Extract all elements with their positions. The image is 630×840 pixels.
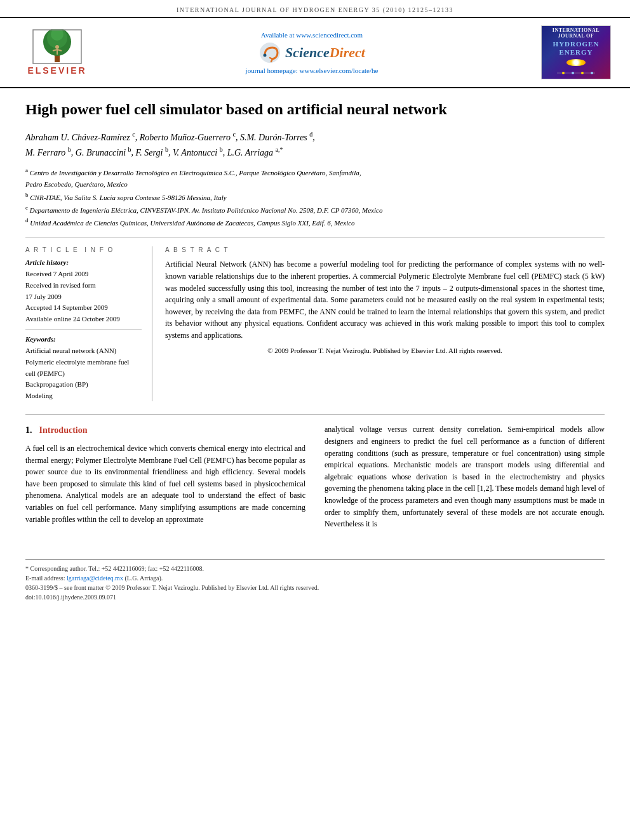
keyword-pemfc: Polymeric electrolyte membrane fuelcell …: [25, 357, 142, 379]
intro-para-right: analytical voltage versus current densit…: [325, 423, 605, 530]
issn-line: 0360-3199/$ – see front matter © 2009 Pr…: [25, 583, 605, 592]
footer: * Corresponding author. Tel.: +52 442211…: [25, 559, 605, 602]
elsevier-text: ELSEVIER: [27, 65, 86, 76]
separator: [25, 237, 605, 237]
article-info-col: A R T I C L E I N F O Article history: R…: [25, 246, 152, 401]
journal-cover-title: HYDROGENENERGY: [553, 40, 600, 57]
corresponding-author: * Corresponding author. Tel.: +52 442211…: [25, 564, 605, 573]
banner-center: Available at www.sciencedirect.com Scien…: [102, 31, 522, 74]
journal-title: International Journal of Hydrogen Energy…: [177, 6, 453, 13]
article-title: High power fuel cell simulator based on …: [25, 100, 605, 119]
info-abstract-columns: A R T I C L E I N F O Article history: R…: [25, 246, 605, 401]
article-history: Received 7 April 2009 Received in revise…: [25, 269, 142, 324]
revised-label: Received in revised form: [25, 280, 142, 291]
keyword-ann: Artificial neural network (ANN): [25, 345, 142, 357]
svg-point-10: [264, 53, 267, 57]
available-date: Available online 24 October 2009: [25, 314, 142, 325]
journal-cover: International Journal of HYDROGENENERGY: [541, 25, 611, 79]
email-name: (L.G. Arriaga).: [124, 575, 163, 582]
keyword-bp: Backpropagation (BP): [25, 379, 142, 390]
intro-col-left: 1. Introduction A fuel cell is an electr…: [25, 423, 305, 535]
cover-decoration: [557, 69, 595, 77]
abstract-text: Artificial Neural Network (ANN) has beco…: [165, 258, 605, 341]
doi-line: doi:10.1016/j.ijhydene.2009.09.071: [25, 592, 605, 602]
accepted-date: Accepted 14 September 2009: [25, 302, 142, 314]
history-label: Article history:: [25, 258, 142, 266]
banner-right: International Journal of HYDROGENENERGY: [522, 25, 611, 79]
article-info-header: A R T I C L E I N F O: [25, 246, 142, 253]
keyword-modeling: Modeling: [25, 390, 142, 402]
abstract-header: A B S T R A C T: [165, 246, 605, 253]
keywords-label: Keywords:: [25, 335, 142, 343]
svg-point-13: [572, 72, 574, 74]
abstract-col: A B S T R A C T Artificial Neural Networ…: [165, 246, 605, 401]
journal-homepage: journal homepage: www.elsevier.com/locat…: [102, 67, 522, 74]
journal-cover-label: International Journal of: [542, 26, 610, 40]
affiliations: a Centro de Investigación y Desarrollo T…: [25, 166, 605, 228]
elsevier-logo: ELSEVIER: [13, 29, 102, 76]
authors: Abraham U. Chávez-Ramírez c, Roberto Muñ…: [25, 130, 605, 160]
email-line: E-mail address: lgarriaga@cideteq.mx (L.…: [25, 573, 605, 583]
intro-columns: 1. Introduction A fuel cell is an electr…: [25, 423, 605, 535]
email-link[interactable]: lgarriaga@cideteq.mx: [67, 575, 123, 582]
received-date: Received 7 April 2009: [25, 269, 142, 280]
svg-point-15: [591, 72, 593, 74]
banner: ELSEVIER Available at www.sciencedirect.…: [0, 18, 630, 88]
journal-cover-circle: [566, 59, 586, 66]
revised-date: 17 July 2009: [25, 291, 142, 303]
section-heading: 1. Introduction: [25, 423, 305, 437]
introduction-section: 1. Introduction A fuel cell is an electr…: [25, 414, 605, 535]
info-separator: [25, 330, 142, 330]
svg-point-4: [55, 45, 59, 49]
intro-col-right: analytical voltage versus current densit…: [325, 423, 605, 535]
svg-point-14: [581, 72, 584, 74]
elsevier-tree-icon: [32, 29, 83, 64]
svg-point-12: [562, 72, 565, 74]
sd-icon: [258, 41, 281, 64]
copyright-text: © 2009 Professor T. Nejat Veziroglu. Pub…: [165, 347, 605, 354]
sciencedirect-logo: ScienceDirect: [102, 41, 522, 64]
available-text: Available at www.sciencedirect.com: [102, 31, 522, 39]
journal-header: International Journal of Hydrogen Energy…: [0, 0, 630, 18]
intro-para-left: A fuel cell is an electrochemical device…: [25, 443, 305, 525]
page: International Journal of Hydrogen Energy…: [0, 0, 630, 840]
main-content: High power fuel cell simulator based on …: [0, 88, 630, 548]
sciencedirect-text: ScienceDirect: [285, 44, 365, 61]
